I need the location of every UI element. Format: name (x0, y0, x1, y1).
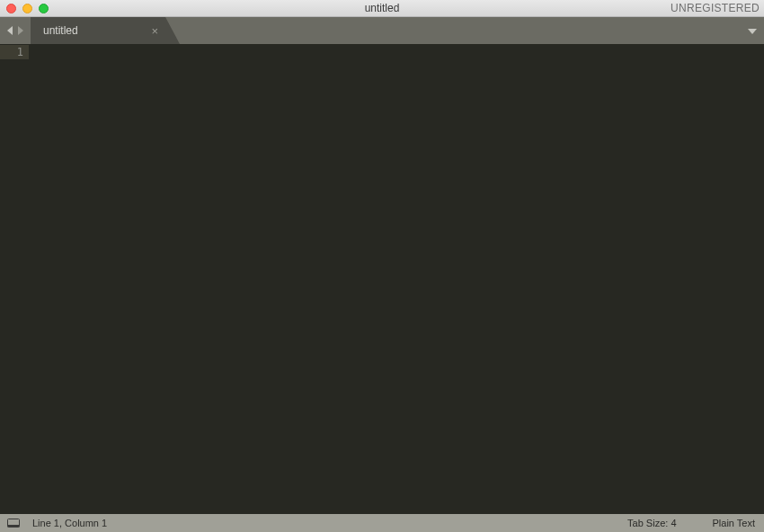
gutter: 1 (0, 44, 41, 514)
chevron-down-icon (748, 22, 757, 39)
maximize-window-button[interactable] (39, 4, 49, 13)
tab-strip: untitled × (0, 17, 764, 44)
cursor-position[interactable]: Line 1, Column 1 (32, 518, 107, 528)
editor-area: 1 (0, 44, 764, 514)
status-bar: Line 1, Column 1 Tab Size: 4 Plain Text (0, 514, 764, 532)
editor-window: untitled UNREGISTERED untitled × 1 (0, 0, 764, 532)
nav-back-icon[interactable] (7, 26, 14, 35)
registration-status: UNREGISTERED (671, 2, 760, 14)
tab-nav (0, 17, 31, 44)
close-tab-icon[interactable]: × (151, 25, 158, 37)
window-title: untitled (365, 2, 400, 14)
syntax-mode[interactable]: Plain Text (713, 518, 756, 528)
line-number[interactable]: 1 (0, 45, 29, 59)
tab-label: untitled (43, 24, 78, 37)
tab-size[interactable]: Tab Size: 4 (627, 518, 676, 528)
svg-rect-1 (8, 525, 20, 528)
close-window-button[interactable] (6, 4, 16, 13)
console-icon[interactable] (7, 519, 20, 528)
minimize-window-button[interactable] (22, 4, 32, 13)
code-area[interactable] (41, 44, 764, 514)
nav-forward-icon[interactable] (16, 26, 23, 35)
file-tab[interactable]: untitled × (31, 17, 165, 44)
tab-overflow-menu[interactable] (748, 17, 757, 44)
titlebar[interactable]: untitled UNREGISTERED (0, 0, 764, 17)
window-controls (6, 4, 49, 13)
